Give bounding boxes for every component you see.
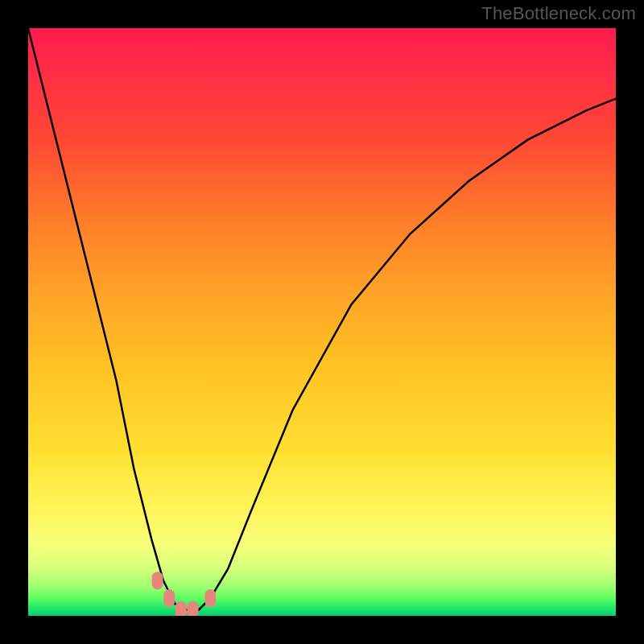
curve-marker [187,601,198,616]
curve-marker [175,601,187,616]
chart-frame: TheBottleneck.com [0,0,644,644]
watermark-text: TheBottleneck.com [481,3,636,24]
curve-markers [152,572,217,616]
curve-marker [163,589,175,607]
curve-marker [152,572,163,589]
plot-area [28,28,616,616]
curve-marker [204,589,216,607]
bottleneck-curve [28,28,616,616]
